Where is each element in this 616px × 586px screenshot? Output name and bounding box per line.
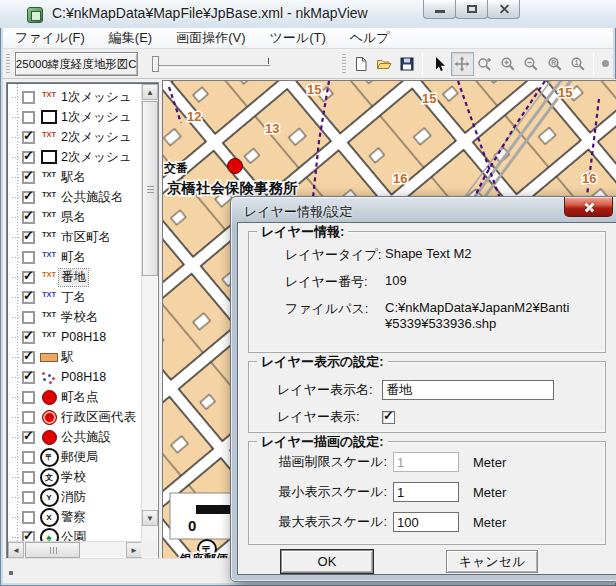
scale-input[interactable] [393, 452, 459, 472]
scale-input[interactable] [393, 512, 459, 532]
layer-checkbox[interactable] [22, 351, 35, 364]
layer-label[interactable]: 公園 [59, 529, 88, 543]
toolbar-grip-2[interactable] [342, 54, 346, 74]
menu-item[interactable]: ヘルプ [338, 27, 402, 49]
layer-checkbox[interactable] [22, 91, 35, 104]
layer-label[interactable]: 2次メッシュ [59, 129, 134, 146]
layer-tree-row[interactable]: 2次メッシュ [8, 127, 142, 147]
layer-label[interactable]: 2次メッシュ [59, 149, 134, 166]
layer-label[interactable]: 警察 [59, 509, 88, 526]
layer-checkbox[interactable] [22, 471, 35, 484]
ok-button[interactable]: OK [281, 550, 373, 573]
layer-tree-row[interactable]: 行政区画代表 [8, 407, 142, 427]
layer-checkbox[interactable] [22, 451, 35, 464]
layer-label[interactable]: 駅名 [59, 169, 88, 186]
menu-item[interactable]: 画面操作(V) [164, 27, 257, 49]
layer-tree-row[interactable]: P08H18 [8, 327, 142, 347]
minimize-button[interactable] [423, 0, 456, 19]
save-button[interactable] [395, 52, 418, 76]
layer-tree-row[interactable]: 駅名 [8, 167, 142, 187]
cancel-button[interactable]: キャンセル [446, 550, 538, 573]
layer-checkbox[interactable] [22, 291, 35, 304]
layer-label[interactable]: 行政区画代表 [59, 409, 138, 426]
menu-item[interactable]: ファイル(F) [3, 27, 97, 49]
scroll-left-button[interactable]: ◄ [8, 542, 24, 558]
pan-tool-button[interactable] [451, 52, 474, 76]
layer-label[interactable]: 消防 [59, 489, 88, 506]
layer-checkbox[interactable] [22, 311, 35, 324]
layer-tree-row[interactable]: 学校 [8, 467, 142, 487]
layer-checkbox[interactable] [22, 111, 35, 124]
layer-label[interactable]: 郵便局 [59, 449, 101, 466]
layer-tree-row[interactable]: 丁名 [8, 287, 142, 307]
map-select-button[interactable]: 25000緯度経度地形図CD [15, 52, 138, 76]
layer-checkbox[interactable] [22, 371, 35, 384]
layer-checkbox[interactable] [22, 491, 35, 504]
slider-thumb[interactable] [152, 56, 159, 72]
layer-label[interactable]: P08H18 [59, 330, 108, 344]
layer-tree-row[interactable]: 郵便局 [8, 447, 142, 467]
layer-checkbox[interactable] [22, 511, 35, 524]
open-file-button[interactable] [372, 52, 395, 76]
horizontal-scrollbar[interactable]: ◄ ► [8, 541, 142, 557]
scroll-up-button[interactable]: ▲ [142, 84, 158, 100]
layer-label[interactable]: 町名点 [59, 389, 101, 406]
layer-tree-row[interactable]: 1次メッシュ [8, 87, 142, 107]
layer-visible-checkbox[interactable]: ✓ [382, 411, 395, 424]
layer-label[interactable]: P08H18 [59, 370, 108, 384]
layer-checkbox[interactable] [22, 411, 35, 424]
menu-item[interactable]: ツール(T) [258, 27, 338, 49]
layer-checkbox[interactable] [22, 191, 35, 204]
layer-tree-row[interactable]: 1次メッシュ [8, 107, 142, 127]
layer-label[interactable]: 県名 [59, 209, 88, 226]
layer-tree-row[interactable]: 消防 [8, 487, 142, 507]
layer-checkbox[interactable] [22, 391, 35, 404]
layer-tree-row[interactable]: 市区町名 [8, 227, 142, 247]
maximize-button[interactable] [455, 0, 488, 19]
layer-tree-row[interactable]: 駅 [8, 347, 142, 367]
scale-input[interactable] [393, 482, 459, 502]
zoom-window-button[interactable] [474, 52, 497, 76]
layer-tree-row[interactable]: 警察 [8, 507, 142, 527]
layer-label[interactable]: 公共施設名 [59, 189, 126, 206]
zoom-rect-button[interactable]: R [543, 52, 566, 76]
layer-label[interactable]: 駅 [59, 349, 76, 366]
layer-checkbox[interactable] [22, 151, 35, 164]
layer-tree-row[interactable]: 2次メッシュ [8, 147, 142, 167]
layer-tree-row[interactable]: 公共施設名 [8, 187, 142, 207]
layer-name-input[interactable] [382, 380, 554, 400]
layer-checkbox[interactable] [22, 251, 35, 264]
layer-tree-row[interactable]: 町名点 [8, 387, 142, 407]
zoom-actual-button[interactable]: 1 [566, 52, 589, 76]
layer-label[interactable]: 学校名 [59, 309, 101, 326]
layer-label[interactable]: 公共施設 [59, 429, 113, 446]
layer-tree-row[interactable]: 公園 [8, 527, 142, 542]
dialog-close-button[interactable] [564, 197, 613, 217]
layer-tree-row[interactable]: P08H18 [8, 367, 142, 387]
new-file-button[interactable] [349, 52, 372, 76]
layer-checkbox[interactable] [22, 231, 35, 244]
layer-label[interactable]: 番地 [59, 269, 88, 286]
close-button[interactable] [487, 0, 520, 19]
point-tool-icon[interactable] [602, 60, 609, 67]
layer-label[interactable]: 町名 [59, 249, 88, 266]
layer-checkbox[interactable] [22, 131, 35, 144]
toolbar-grip[interactable] [6, 54, 10, 74]
title-bar[interactable]: C:¥nkMapData¥MapFile¥JpBase.xml - nkMapV… [0, 0, 616, 28]
layer-tree-row[interactable]: 学校名 [8, 307, 142, 327]
layer-tree-row[interactable]: 番地 [8, 267, 142, 287]
layer-checkbox[interactable] [22, 211, 35, 224]
pointer-tool-button[interactable] [427, 52, 450, 76]
scroll-right-button[interactable]: ► [126, 542, 142, 558]
zoom-out-button[interactable] [520, 52, 543, 76]
layer-checkbox[interactable] [22, 171, 35, 184]
layer-tree-row[interactable]: 県名 [8, 207, 142, 227]
horizontal-scroll-thumb[interactable] [25, 542, 80, 558]
layer-checkbox[interactable] [22, 431, 35, 444]
vertical-scroll-thumb[interactable] [142, 101, 158, 276]
zoom-slider[interactable] [148, 52, 275, 76]
vertical-scrollbar[interactable]: ▲ ▼ [141, 84, 157, 543]
layer-label[interactable]: 学校 [59, 469, 88, 486]
layer-label[interactable]: 1次メッシュ [59, 109, 134, 126]
layer-label[interactable]: 1次メッシュ [59, 89, 134, 106]
